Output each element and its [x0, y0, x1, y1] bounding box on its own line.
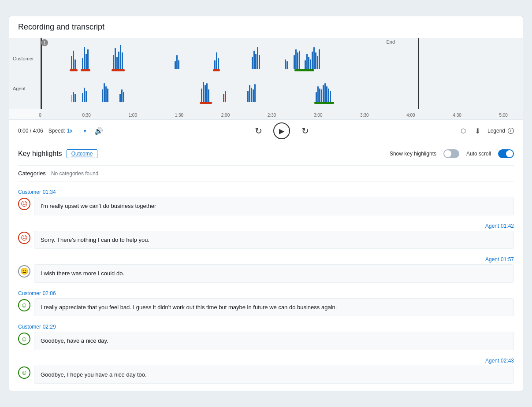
sentiment-icon-happy: ☺ — [18, 299, 30, 311]
tick-030: 0:30 — [82, 113, 90, 118]
speaker-name: Customer — [18, 324, 41, 330]
controls-bar: 0:00 / 4:06 Speed: 1x 1.25x 1.5x 2x ▼ 🔊 … — [9, 120, 523, 142]
no-categories-text: No categories found — [51, 170, 98, 177]
timestamp[interactable]: 02:43 — [501, 358, 514, 364]
categories-row: Categories No categories found — [18, 165, 514, 181]
tick-330: 3:30 — [360, 113, 368, 118]
time-display: 0:00 / 4:06 — [18, 128, 43, 134]
timestamp[interactable]: 02:06 — [43, 290, 56, 296]
play-button[interactable]: ▶ — [273, 122, 290, 139]
speaker-name: Agent — [485, 223, 499, 229]
speed-select[interactable]: 1x 1.25x 1.5x 2x — [67, 128, 84, 134]
speaker-meta: Agent 01:42 — [18, 222, 514, 229]
message-bubble: I'm really upset we can't do business to… — [34, 197, 514, 215]
agent-label: Agent — [13, 86, 26, 91]
speaker-meta: Agent 02:43 — [18, 357, 514, 364]
speaker-name: Customer — [18, 189, 41, 195]
marker-1: 1 — [41, 39, 48, 46]
highlights-left: Key highlights Outcome — [18, 149, 97, 158]
message-row: ☺I really appreciate that you feel bad. … — [18, 298, 514, 317]
transcript-area[interactable]: Customer 01:34☹I'm really upset we can't… — [18, 189, 514, 391]
main-container: Recording and transcript Customer Agent … — [9, 16, 523, 391]
message-row: ☹I'm really upset we can't do business t… — [18, 197, 514, 215]
customer-label: Customer — [13, 56, 34, 61]
message-bubble: Goodbye, have a nice day. — [34, 332, 514, 350]
outcome-tab[interactable]: Outcome — [67, 149, 98, 158]
timestamp[interactable]: 01:34 — [43, 189, 56, 195]
waveform-section: Customer Agent End — [9, 38, 523, 120]
sentiment-icon-happy: ☺ — [18, 333, 30, 345]
speed-control: Speed: 1x 1.25x 1.5x 2x ▼ — [48, 128, 87, 134]
speaker-meta: Customer 01:34 — [18, 189, 514, 195]
legend-label: Legend — [487, 128, 505, 134]
auto-scroll-knob — [506, 150, 513, 157]
timestamp[interactable]: 01:57 — [501, 256, 514, 263]
controls-center: ↺ ▶ ↻ — [110, 122, 454, 139]
tick-200: 2:00 — [221, 113, 230, 118]
show-key-highlights-label: Show key highlights — [390, 151, 436, 157]
page-title: Recording and transcript — [9, 16, 523, 38]
message-bubble: Goodbye, I hope you have a nice day too. — [34, 366, 514, 384]
show-key-highlights-toggle[interactable] — [443, 149, 459, 158]
speaker-name: Agent — [485, 256, 499, 263]
speaker-name: Agent — [485, 358, 499, 364]
sentiment-icon-sad: ☹ — [18, 198, 30, 210]
message-row: ☺Goodbye, have a nice day. — [18, 332, 514, 350]
tick-400: 4:00 — [406, 113, 415, 118]
sentiment-icon-neutral: 😐 — [18, 265, 30, 278]
speaker-name: Customer — [18, 290, 41, 296]
time-axis: 0 0:30 1:00 1:30 2:00 2:30 3:00 3:30 4:0… — [40, 109, 523, 119]
speed-label: Speed: — [48, 128, 65, 134]
waveform-canvas[interactable]: Customer Agent End — [9, 38, 523, 109]
rewind-button[interactable]: ↺ — [250, 123, 266, 139]
waveform-inner[interactable]: End — [40, 38, 523, 109]
speaker-meta: Agent 01:57 — [18, 256, 514, 263]
tick-0: 0 — [39, 113, 41, 118]
download-button[interactable]: ⬇ — [473, 125, 482, 137]
timestamp[interactable]: 01:42 — [501, 223, 514, 229]
agent-waveform — [41, 74, 523, 105]
controls-right: ⬡ ⬇ Legend i — [459, 125, 514, 137]
info-icon: i — [508, 128, 514, 134]
playhead-end — [418, 38, 419, 109]
speed-dropdown-icon: ▼ — [83, 129, 87, 133]
highlights-header: Key highlights Outcome Show key highligh… — [18, 149, 514, 158]
message-row: I wish there was more I could do.😐 — [18, 264, 514, 283]
message-row: Goodbye, I hope you have a nice day too.… — [18, 366, 514, 384]
section-title: Key highlights — [18, 150, 62, 158]
tick-430: 4:30 — [453, 113, 461, 118]
highlights-right: Show key highlights Auto scroll — [390, 149, 514, 158]
tick-130: 1:30 — [175, 113, 183, 118]
show-key-highlights-knob — [444, 150, 451, 157]
message-row: Sorry. There's nothing I can do to help … — [18, 231, 514, 249]
forward-button[interactable]: ↻ — [297, 123, 313, 139]
share-button[interactable]: ⬡ — [459, 126, 468, 136]
auto-scroll-toggle[interactable] — [498, 149, 514, 158]
tick-230: 2:30 — [268, 113, 276, 118]
content-section: Key highlights Outcome Show key highligh… — [9, 142, 523, 391]
speaker-meta: Customer 02:29 — [18, 323, 514, 330]
tick-500: 5:00 — [499, 113, 507, 118]
message-bubble: I wish there was more I could do. — [34, 264, 514, 283]
progress-line — [41, 38, 42, 109]
speaker-meta: Customer 02:06 — [18, 290, 514, 296]
legend-button[interactable]: Legend i — [487, 128, 514, 134]
tick-300: 3:00 — [314, 113, 322, 118]
message-bubble: I really appreciate that you feel bad. I… — [34, 298, 514, 317]
categories-label: Categories — [18, 170, 46, 177]
sentiment-icon-happy: ☺ — [18, 366, 30, 379]
sentiment-icon-sad: ☹ — [18, 232, 30, 244]
timestamp[interactable]: 02:29 — [43, 324, 56, 330]
volume-button[interactable]: 🔊 — [93, 125, 105, 137]
customer-waveform — [41, 42, 523, 73]
tick-100: 1:00 — [129, 113, 137, 118]
auto-scroll-label: Auto scroll — [466, 151, 491, 157]
message-bubble: Sorry. There's nothing I can do to help … — [34, 231, 514, 249]
